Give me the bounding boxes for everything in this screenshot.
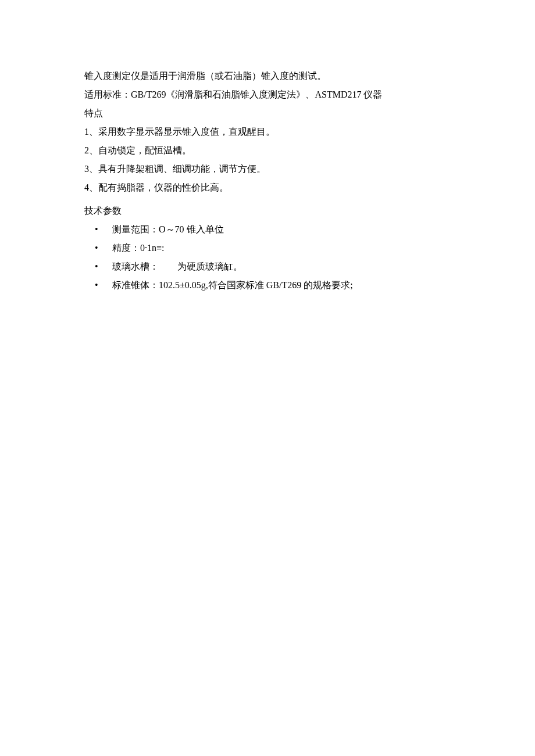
- spec-item-3: 玻璃水槽： 为硬质玻璃缸。: [84, 257, 451, 276]
- spec-text-2: 精度：0·1n≡:: [112, 243, 164, 253]
- feature-item-3: 3、具有升降架粗调、细调功能，调节方便。: [84, 160, 451, 178]
- spec-item-2: 精度：0·1n≡:: [84, 239, 451, 257]
- feature-item-4: 4、配有捣脂器，仪器的性价比高。: [84, 178, 451, 197]
- intro-line-1: 锥入度测定仪是适用于润滑脂（或石油脂）锥入度的测试。: [84, 67, 451, 85]
- spec-text-4: 标准锥体：102.5±0.05g,符合国家标准 GB/T269 的规格要求;: [112, 280, 353, 290]
- intro-line-2: 适用标准：GB/T269《润滑脂和石油脂锥入度测定法》、ASTMD217 仪器: [84, 85, 451, 104]
- spec-text-3: 玻璃水槽： 为硬质玻璃缸。: [112, 261, 242, 271]
- intro-line-3: 特点: [84, 104, 451, 123]
- spec-item-4: 标准锥体：102.5±0.05g,符合国家标准 GB/T269 的规格要求;: [84, 276, 451, 295]
- specs-list: 测量范围：O～70 锥入单位 精度：0·1n≡: 玻璃水槽： 为硬质玻璃缸。 标…: [84, 220, 451, 295]
- specs-title: 技术参数: [84, 202, 451, 220]
- spec-text-1: 测量范围：O～70 锥入单位: [112, 224, 224, 234]
- feature-item-2: 2、自动锁定，配恒温槽。: [84, 141, 451, 160]
- feature-item-1: 1、采用数字显示器显示锥入度值，直观醒目。: [84, 123, 451, 141]
- document-body: 锥入度测定仪是适用于润滑脂（或石油脂）锥入度的测试。 适用标准：GB/T269《…: [84, 67, 451, 295]
- spec-item-1: 测量范围：O～70 锥入单位: [84, 220, 451, 239]
